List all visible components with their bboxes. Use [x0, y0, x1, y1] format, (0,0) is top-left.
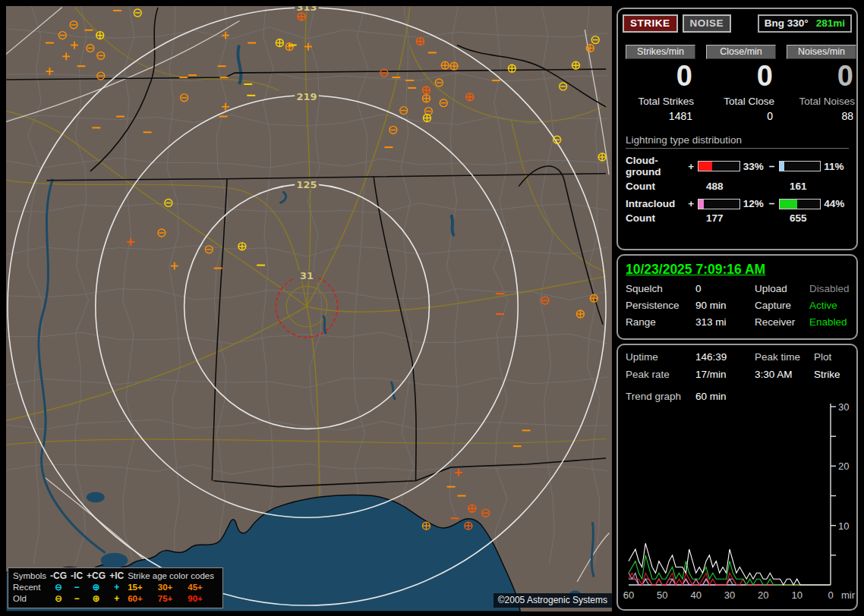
legend-col-cg-neg: -CG [50, 570, 71, 582]
range-value: 313 mi [695, 316, 755, 328]
map-canvas: 31125219313 [6, 6, 612, 611]
capture-label: Capture [755, 300, 809, 311]
age-code-30: 30+ [158, 582, 188, 593]
peak-rate-label: Peak rate [626, 369, 695, 380]
cg-positive-bar [698, 161, 739, 171]
cg-positive-count: 488 [706, 181, 790, 192]
total-strikes-label: Total Strikes [626, 96, 695, 107]
svg-text:313: 313 [297, 6, 317, 13]
cg-neg-recent-icon: ⊖ [50, 582, 71, 593]
cg-negative-count: 161 [790, 181, 807, 192]
ic-neg-old-icon: − [71, 593, 87, 605]
uptime-value: 146:39 [695, 351, 755, 363]
upload-label: Upload [755, 283, 809, 294]
svg-text:0: 0 [828, 589, 833, 601]
persistence-value: 90 min [695, 300, 755, 311]
svg-text:50: 50 [657, 589, 667, 601]
cloud-ground-label: Cloud-ground [626, 155, 687, 178]
legend-col-ic-neg: -IC [71, 570, 87, 582]
peak-rate-value: 17/min [695, 369, 755, 380]
copyright-text: ©2005 Astrogenic Systems [493, 593, 612, 608]
ic-count-label: Count [626, 212, 706, 224]
strike-toggle-button[interactable]: STRIKE [623, 14, 678, 33]
upload-status: Disabled [809, 283, 850, 294]
legend-symbols-header: Symbols [13, 570, 50, 582]
plot-label: Plot [814, 351, 831, 363]
age-code-90: 90+ [188, 593, 218, 605]
svg-text:60: 60 [623, 589, 634, 601]
datetime-display: 10/23/2025 7:09:16 AM [626, 262, 856, 278]
age-code-60: 60+ [128, 593, 158, 605]
bearing-display: Bng 330° 281mi [758, 14, 852, 33]
strikes-per-min-header: Strikes/min [626, 45, 695, 59]
noises-per-min-header: Noises/min [787, 45, 856, 59]
legend-row-old-label: Old [13, 593, 50, 605]
svg-text:10: 10 [838, 520, 849, 532]
svg-text:20: 20 [758, 589, 768, 601]
cg-count-label: Count [626, 181, 706, 192]
ic-pos-recent-icon: + [109, 582, 128, 593]
ic-positive-bar [698, 199, 739, 209]
counters-panel: STRIKE NOISE Bng 330° 281mi Strikes/min … [616, 8, 858, 250]
noises-per-min-value: 0 [787, 61, 856, 91]
status-panel: 10/23/2025 7:09:16 AM Squelch 0 Upload D… [616, 254, 858, 340]
total-strikes-value: 1481 [626, 110, 695, 122]
ic-pos-old-icon: + [109, 593, 128, 605]
svg-text:40: 40 [690, 589, 701, 601]
squelch-label: Squelch [626, 283, 695, 294]
legend-row-recent-label: Recent [13, 582, 50, 593]
age-code-75: 75+ [158, 593, 188, 605]
total-noises-value: 88 [787, 110, 856, 122]
capture-status: Active [809, 300, 837, 311]
ic-negative-count: 655 [790, 212, 807, 224]
cg-pos-recent-icon: ⊕ [87, 582, 109, 593]
sidebar: STRIKE NOISE Bng 330° 281mi Strikes/min … [616, 0, 864, 616]
total-noises-label: Total Noises [787, 96, 856, 107]
ic-neg-recent-icon: − [71, 582, 87, 593]
svg-text:30: 30 [724, 589, 735, 601]
total-close-label: Total Close [706, 96, 776, 107]
svg-text:10: 10 [791, 589, 802, 601]
trend-graph: 1020306050403020100min [621, 397, 855, 606]
minus-sign: − [768, 161, 776, 172]
strikes-per-min-value: 0 [626, 61, 695, 91]
legend-age-header: Strike age color codes [128, 570, 218, 582]
plus-sign: + [687, 198, 695, 209]
cg-negative-pct: 11% [824, 161, 849, 172]
cg-positive-pct: 33% [743, 161, 768, 172]
persistence-label: Persistence [626, 300, 695, 311]
map-legend: Symbols -CG -IC +CG +IC Strike age color… [8, 567, 223, 608]
range-label: Range [626, 316, 695, 328]
svg-text:125: 125 [297, 179, 317, 190]
intracloud-label: Intracloud [626, 198, 687, 209]
close-per-min-header: Close/min [706, 45, 776, 59]
minus-sign: − [768, 198, 776, 209]
bearing-distance: 281mi [816, 17, 845, 29]
receiver-status: Enabled [809, 316, 847, 328]
ic-negative-bar [779, 199, 821, 209]
legend-col-ic-pos: +IC [109, 570, 128, 582]
svg-text:30: 30 [838, 401, 849, 413]
svg-text:31: 31 [300, 270, 314, 281]
plot-mode-value: Strike [814, 369, 840, 380]
close-per-min-value: 0 [706, 61, 776, 91]
total-close-value: 0 [706, 110, 776, 122]
cg-pos-old-icon: ⊕ [87, 593, 109, 605]
squelch-value: 0 [695, 283, 755, 294]
cg-neg-old-icon: ⊖ [50, 593, 71, 605]
svg-text:20: 20 [838, 460, 849, 472]
svg-text:min: min [841, 589, 855, 601]
uptime-label: Uptime [626, 351, 695, 363]
cg-negative-bar [779, 161, 821, 171]
age-code-15: 15+ [128, 582, 158, 593]
plus-sign: + [687, 161, 695, 172]
ic-negative-pct: 44% [824, 198, 849, 209]
strike-map[interactable]: 31125219313 Symbols -CG -IC +CG +IC Stri… [6, 6, 612, 611]
peak-time-value: 3:30 AM [755, 369, 814, 380]
noise-toggle-button[interactable]: NOISE [683, 14, 732, 33]
ic-positive-count: 177 [706, 212, 790, 224]
peak-time-label: Peak time [755, 351, 814, 363]
ic-positive-pct: 12% [743, 198, 768, 209]
svg-text:219: 219 [297, 91, 317, 102]
distribution-title: Lightning type distribution [626, 134, 849, 149]
